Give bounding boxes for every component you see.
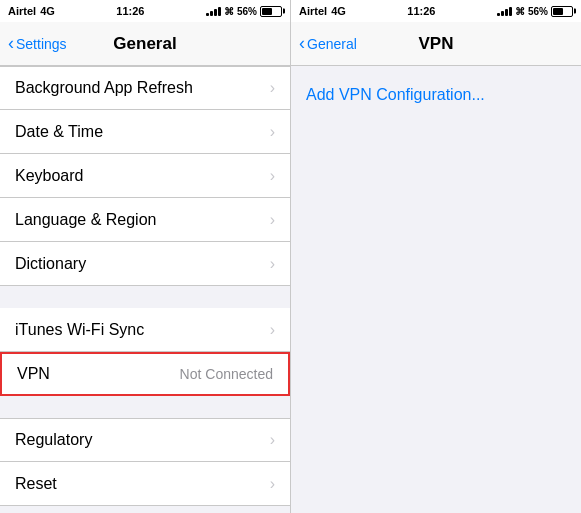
section-gap-1 bbox=[0, 286, 290, 308]
signal-icon-right bbox=[497, 6, 512, 16]
row-label: iTunes Wi-Fi Sync bbox=[15, 321, 144, 339]
status-left: Airtel 4G bbox=[8, 5, 55, 17]
vpn-row[interactable]: VPN Not Connected bbox=[0, 352, 290, 396]
list-item[interactable]: Reset › bbox=[0, 462, 290, 506]
back-chevron-left: ‹ bbox=[8, 33, 14, 54]
battery-fill-right bbox=[553, 8, 563, 15]
list-item[interactable]: Background App Refresh › bbox=[0, 66, 290, 110]
row-right: › bbox=[270, 211, 275, 229]
chevron-right-icon: › bbox=[270, 123, 275, 141]
status-right-left: ⌘ 56% bbox=[206, 6, 282, 17]
section-main: Background App Refresh › Date & Time › K… bbox=[0, 66, 290, 286]
time-right: 11:26 bbox=[407, 5, 435, 17]
list-item[interactable]: iTunes Wi-Fi Sync › bbox=[0, 308, 290, 352]
nav-bar-right: ‹ General VPN bbox=[291, 22, 581, 66]
left-panel: Airtel 4G 11:26 ⌘ 56% ‹ Settings General bbox=[0, 0, 290, 513]
list-item[interactable]: Date & Time › bbox=[0, 110, 290, 154]
vpn-content: Add VPN Configuration... bbox=[291, 66, 581, 513]
row-right: › bbox=[270, 475, 275, 493]
battery-percent-left: 56% bbox=[237, 6, 257, 17]
chevron-right-icon: › bbox=[270, 475, 275, 493]
status-bar-right: Airtel 4G 11:26 ⌘ 56% bbox=[291, 0, 581, 22]
battery-icon-right bbox=[551, 6, 573, 17]
chevron-right-icon: › bbox=[270, 211, 275, 229]
right-panel: Airtel 4G 11:26 ⌘ 56% ‹ General VPN Add bbox=[291, 0, 581, 513]
row-label: Keyboard bbox=[15, 167, 84, 185]
back-button-right[interactable]: ‹ General bbox=[299, 34, 357, 54]
wifi-icon: ⌘ bbox=[224, 6, 234, 17]
row-right: › bbox=[270, 255, 275, 273]
add-vpn-button[interactable]: Add VPN Configuration... bbox=[306, 86, 485, 103]
network-right: 4G bbox=[331, 5, 346, 17]
back-button-left[interactable]: ‹ Settings bbox=[8, 34, 67, 54]
settings-list: Background App Refresh › Date & Time › K… bbox=[0, 66, 290, 513]
row-right: › bbox=[270, 167, 275, 185]
back-chevron-right: ‹ bbox=[299, 33, 305, 54]
chevron-right-icon: › bbox=[270, 167, 275, 185]
section-gap-3 bbox=[0, 506, 290, 513]
vpn-label: VPN bbox=[17, 365, 50, 383]
row-label: Reset bbox=[15, 475, 57, 493]
chevron-right-icon: › bbox=[270, 321, 275, 339]
row-label: Dictionary bbox=[15, 255, 86, 273]
row-right: › bbox=[270, 79, 275, 97]
signal-icon bbox=[206, 6, 221, 16]
chevron-right-icon: › bbox=[270, 431, 275, 449]
section-regulatory: Regulatory › Reset › bbox=[0, 418, 290, 506]
nav-title-right: VPN bbox=[419, 34, 454, 54]
battery-fill-left bbox=[262, 8, 272, 15]
status-right-right: ⌘ 56% bbox=[497, 6, 573, 17]
nav-bar-left: ‹ Settings General bbox=[0, 22, 290, 66]
nav-title-left: General bbox=[113, 34, 176, 54]
list-item[interactable]: Language & Region › bbox=[0, 198, 290, 242]
list-item[interactable]: Dictionary › bbox=[0, 242, 290, 286]
time-left: 11:26 bbox=[116, 5, 144, 17]
status-bar-left: Airtel 4G 11:26 ⌘ 56% bbox=[0, 0, 290, 22]
list-item[interactable]: Keyboard › bbox=[0, 154, 290, 198]
carrier-right: Airtel bbox=[299, 5, 327, 17]
battery-icon-left bbox=[260, 6, 282, 17]
vpn-status: Not Connected bbox=[180, 366, 273, 382]
section-itunes: iTunes Wi-Fi Sync › bbox=[0, 308, 290, 352]
chevron-right-icon: › bbox=[270, 255, 275, 273]
list-item[interactable]: Regulatory › bbox=[0, 418, 290, 462]
section-gap-2 bbox=[0, 396, 290, 418]
wifi-icon-right: ⌘ bbox=[515, 6, 525, 17]
row-label: Regulatory bbox=[15, 431, 92, 449]
row-right: › bbox=[270, 431, 275, 449]
back-label-right: General bbox=[307, 36, 357, 52]
chevron-right-icon: › bbox=[270, 79, 275, 97]
carrier-left: Airtel bbox=[8, 5, 36, 17]
row-label: Date & Time bbox=[15, 123, 103, 141]
network-left: 4G bbox=[40, 5, 55, 17]
status-left-right: Airtel 4G bbox=[299, 5, 346, 17]
back-label-left: Settings bbox=[16, 36, 67, 52]
battery-percent-right: 56% bbox=[528, 6, 548, 17]
row-right: › bbox=[270, 123, 275, 141]
row-label: Background App Refresh bbox=[15, 79, 193, 97]
row-label: Language & Region bbox=[15, 211, 156, 229]
row-right: › bbox=[270, 321, 275, 339]
